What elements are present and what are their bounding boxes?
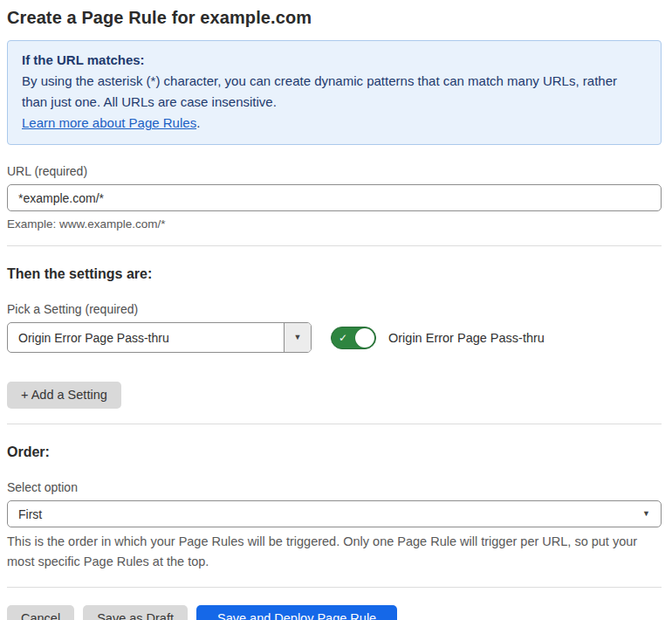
section-divider [7,587,662,588]
save-draft-button[interactable]: Save as Draft [83,605,188,620]
url-label: URL (required) [7,164,662,179]
setting-row: Origin Error Page Pass-thru ▼ ✓ Origin E… [7,322,662,353]
url-match-info-box: If the URL matches: By using the asteris… [7,40,662,145]
order-helper: This is the order in which your Page Rul… [7,532,657,572]
section-divider [7,424,662,424]
cancel-button[interactable]: Cancel [7,605,74,620]
link-period: . [196,115,200,130]
setting-toggle-label: Origin Error Page Pass-thru [388,331,545,345]
learn-more-link[interactable]: Learn more about Page Rules [22,115,196,130]
order-select-value: First [18,507,42,521]
setting-toggle[interactable]: ✓ [331,327,376,349]
setting-dropdown[interactable]: Origin Error Page Pass-thru ▼ [7,322,312,353]
settings-heading: Then the settings are: [7,265,662,283]
pick-setting-label: Pick a Setting (required) [7,302,662,317]
order-heading: Order: [7,444,662,461]
setting-dropdown-button[interactable]: ▼ [284,323,311,352]
info-box-body: By using the asterisk (*) character, you… [22,71,633,113]
toggle-knob [355,328,374,348]
setting-dropdown-value: Origin Error Page Pass-thru [8,323,284,352]
page-title: Create a Page Rule for example.com [7,5,662,30]
info-box-heading: If the URL matches: [22,50,647,71]
footer-actions: Cancel Save as Draft Save and Deploy Pag… [7,605,662,620]
save-deploy-button[interactable]: Save and Deploy Page Rule [196,605,397,620]
chevron-down-icon: ▼ [294,334,302,341]
add-setting-button[interactable]: + Add a Setting [7,382,121,409]
select-option-label: Select option [7,480,662,495]
page-rule-form: Create a Page Rule for example.com If th… [0,0,672,620]
chevron-down-icon: ▼ [642,510,650,518]
check-icon: ✓ [339,333,347,343]
info-box-link-row: Learn more about Page Rules. [22,113,647,134]
section-divider [7,245,662,246]
order-select[interactable]: First ▼ [7,500,662,527]
url-example-helper: Example: www.example.com/* [7,217,662,231]
url-input[interactable] [7,184,662,211]
